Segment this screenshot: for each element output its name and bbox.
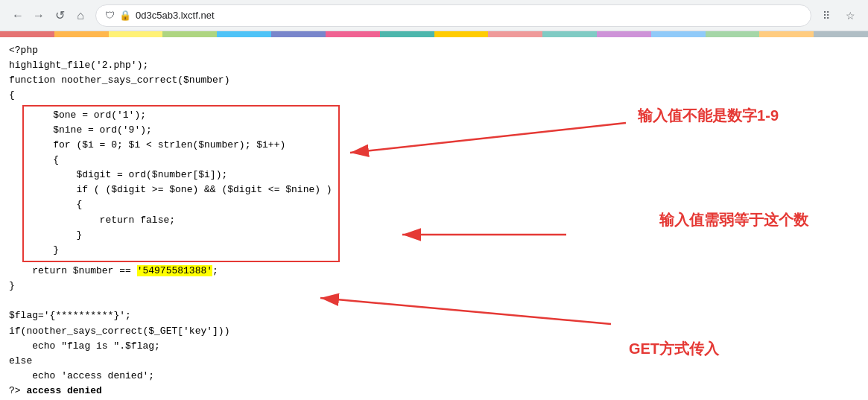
color-segment <box>488 31 542 37</box>
highlight-call: highlight_file('2.php'); <box>9 60 148 71</box>
return-line: return $number == '54975581388'; <box>9 264 859 279</box>
color-segment <box>0 31 54 37</box>
svg-line-3 <box>350 123 626 153</box>
function-def: function noother_says_correct($number) <box>9 74 229 86</box>
content-area: <?php highlight_file('2.php'); function … <box>0 37 868 400</box>
annotation-get-method: GET方式传入 <box>629 337 719 360</box>
address-bar[interactable]: 🛡 🔒 0d3c5ab3.lxctf.net <box>95 4 811 27</box>
qr-icon[interactable]: ⠿ <box>817 7 835 25</box>
lock-icon: 🔒 <box>119 10 131 21</box>
access-line: echo 'access denied'; <box>9 369 859 384</box>
open-brace: { <box>9 89 15 101</box>
color-bar <box>0 31 868 37</box>
color-segment <box>54 31 109 37</box>
php-close: ?> access denied <box>9 384 859 399</box>
shield-icon: 🛡 <box>105 10 115 21</box>
boxed-code-section: $one = ord('1'); $nine = ord('9'); for (… <box>22 105 340 262</box>
blank-line <box>9 293 859 308</box>
color-segment <box>380 31 434 37</box>
home-button[interactable]: ⌂ <box>72 7 89 25</box>
php-open-tag: <?php <box>9 45 38 56</box>
if-line: if(noother_says_correct($_GET['key'])) <box>9 324 859 339</box>
annotation-weak-equal: 输入值需弱等于这个数 <box>659 209 808 231</box>
color-segment <box>651 31 706 37</box>
color-segment <box>759 31 814 37</box>
forward-button[interactable]: → <box>30 7 48 25</box>
color-segment <box>162 31 217 37</box>
code-block: <?php highlight_file('2.php'); function … <box>9 43 859 104</box>
code-display: <?php highlight_file('2.php'); function … <box>0 37 868 400</box>
toolbar-right: ⠿ ☆ <box>817 7 859 25</box>
color-segment <box>814 31 868 37</box>
color-segment <box>326 31 380 37</box>
flag-line: $flag='{**********}'; <box>9 308 859 323</box>
color-segment <box>434 31 489 37</box>
echo-line: echo "flag is ".$flag; <box>9 339 859 354</box>
color-segment <box>706 31 760 37</box>
browser-chrome: ← → ↺ ⌂ 🛡 🔒 0d3c5ab3.lxctf.net ⠿ ☆ <box>0 0 868 31</box>
boxed-code: $one = ord('1'); $nine = ord('9'); for (… <box>30 108 332 258</box>
else-line: else <box>9 354 859 369</box>
color-segment <box>217 31 271 37</box>
bookmark-icon[interactable]: ☆ <box>841 7 859 25</box>
annotation-no-digits: 输入值不能是数字1-9 <box>638 104 779 127</box>
nav-buttons: ← → ↺ ⌂ <box>9 7 89 25</box>
color-segment <box>271 31 326 37</box>
url-text: 0d3c5ab3.lxctf.net <box>136 10 802 21</box>
color-segment <box>109 31 163 37</box>
close-brace: } <box>9 279 859 293</box>
color-segment <box>542 31 597 37</box>
reload-button[interactable]: ↺ <box>51 7 69 25</box>
back-button[interactable]: ← <box>9 7 27 25</box>
color-segment <box>597 31 651 37</box>
